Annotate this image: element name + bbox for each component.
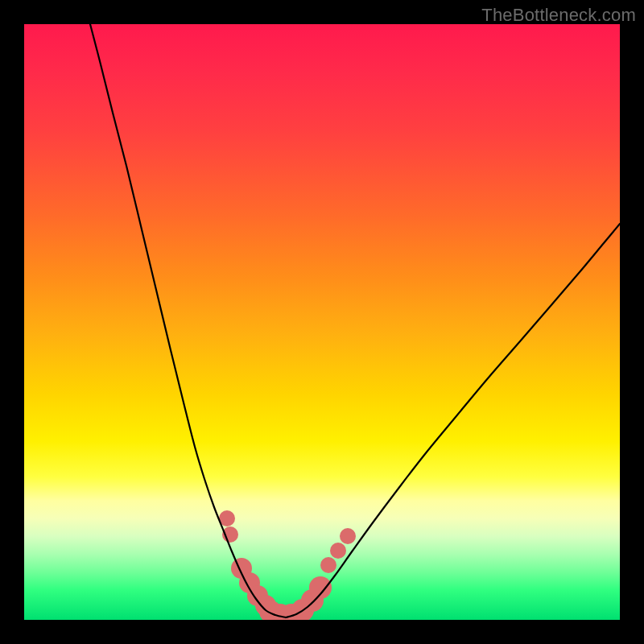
- curve-layer: [24, 24, 620, 620]
- curve-right-curve: [286, 224, 620, 617]
- chart-frame: TheBottleneck.com: [0, 0, 644, 644]
- plot-area: [24, 24, 620, 620]
- watermark-text: TheBottleneck.com: [481, 5, 636, 26]
- curve-left-curve: [90, 24, 286, 617]
